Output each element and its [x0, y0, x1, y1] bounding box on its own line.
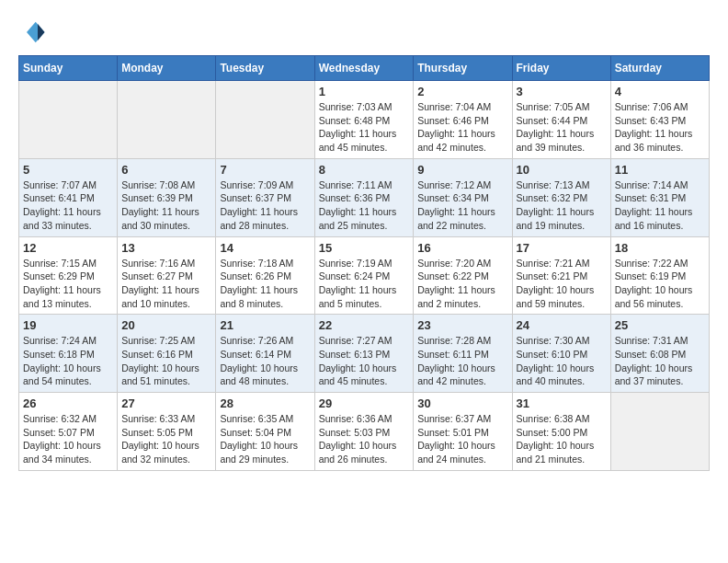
calendar-day-cell: 1Sunrise: 7:03 AM Sunset: 6:48 PM Daylig…: [314, 81, 414, 159]
calendar-day-cell: 6Sunrise: 7:08 AM Sunset: 6:39 PM Daylig…: [118, 158, 216, 236]
day-number: 5: [23, 163, 113, 177]
day-number: 23: [417, 318, 507, 332]
day-info: Sunrise: 7:09 AM Sunset: 6:37 PM Dayligh…: [220, 178, 310, 233]
day-info: Sunrise: 7:13 AM Sunset: 6:32 PM Dayligh…: [517, 178, 607, 233]
calendar-day-cell: 3Sunrise: 7:05 AM Sunset: 6:44 PM Daylig…: [512, 81, 610, 159]
day-number: 16: [417, 241, 507, 255]
calendar-day-cell: 13Sunrise: 7:16 AM Sunset: 6:27 PM Dayli…: [118, 236, 216, 315]
day-info: Sunrise: 7:26 AM Sunset: 6:14 PM Dayligh…: [220, 334, 310, 388]
day-number: 20: [121, 318, 211, 332]
calendar-day-cell: 21Sunrise: 7:26 AM Sunset: 6:14 PM Dayli…: [216, 315, 314, 393]
day-number: 8: [319, 163, 410, 177]
day-number: 21: [220, 318, 310, 332]
calendar-day-cell: 25Sunrise: 7:31 AM Sunset: 6:08 PM Dayli…: [610, 315, 709, 393]
day-info: Sunrise: 7:21 AM Sunset: 6:21 PM Dayligh…: [517, 257, 607, 311]
day-number: 7: [220, 163, 310, 177]
day-number: 14: [220, 241, 310, 255]
calendar-day-cell: 19Sunrise: 7:24 AM Sunset: 6:18 PM Dayli…: [19, 315, 118, 393]
day-number: 11: [615, 163, 705, 177]
calendar-day-cell: 31Sunrise: 6:38 AM Sunset: 5:00 PM Dayli…: [512, 393, 610, 471]
day-info: Sunrise: 6:35 AM Sunset: 5:04 PM Dayligh…: [220, 412, 310, 466]
day-info: Sunrise: 7:15 AM Sunset: 6:29 PM Dayligh…: [23, 257, 113, 311]
calendar-day-cell: 7Sunrise: 7:09 AM Sunset: 6:37 PM Daylig…: [216, 158, 314, 236]
day-info: Sunrise: 7:07 AM Sunset: 6:41 PM Dayligh…: [23, 178, 113, 233]
day-number: 25: [615, 318, 705, 332]
logo-icon: [18, 18, 46, 46]
empty-day-cell: [216, 81, 314, 159]
calendar-day-cell: 4Sunrise: 7:06 AM Sunset: 6:43 PM Daylig…: [610, 81, 709, 159]
calendar-header-row: SundayMondayTuesdayWednesdayThursdayFrid…: [19, 56, 710, 81]
day-number: 28: [220, 396, 310, 410]
day-info: Sunrise: 7:11 AM Sunset: 6:36 PM Dayligh…: [319, 178, 410, 233]
day-number: 18: [615, 241, 705, 255]
weekday-header: Friday: [512, 56, 610, 81]
weekday-header: Saturday: [610, 56, 709, 81]
day-info: Sunrise: 7:03 AM Sunset: 6:48 PM Dayligh…: [319, 100, 410, 155]
day-info: Sunrise: 7:16 AM Sunset: 6:27 PM Dayligh…: [121, 257, 211, 311]
day-number: 4: [615, 85, 705, 98]
day-number: 31: [517, 396, 607, 410]
calendar-week-row: 1Sunrise: 7:03 AM Sunset: 6:48 PM Daylig…: [19, 81, 710, 159]
day-number: 26: [23, 396, 113, 410]
calendar-day-cell: 8Sunrise: 7:11 AM Sunset: 6:36 PM Daylig…: [314, 158, 414, 236]
calendar-week-row: 5Sunrise: 7:07 AM Sunset: 6:41 PM Daylig…: [19, 158, 710, 236]
day-info: Sunrise: 7:27 AM Sunset: 6:13 PM Dayligh…: [319, 334, 410, 388]
day-info: Sunrise: 7:05 AM Sunset: 6:44 PM Dayligh…: [517, 100, 607, 155]
day-info: Sunrise: 7:19 AM Sunset: 6:24 PM Dayligh…: [319, 257, 410, 311]
calendar-day-cell: 15Sunrise: 7:19 AM Sunset: 6:24 PM Dayli…: [314, 236, 414, 315]
calendar-day-cell: 18Sunrise: 7:22 AM Sunset: 6:19 PM Dayli…: [610, 236, 709, 315]
day-number: 2: [417, 85, 507, 98]
calendar-day-cell: 17Sunrise: 7:21 AM Sunset: 6:21 PM Dayli…: [512, 236, 610, 315]
day-number: 6: [121, 163, 211, 177]
day-info: Sunrise: 6:38 AM Sunset: 5:00 PM Dayligh…: [517, 412, 607, 466]
calendar-day-cell: 14Sunrise: 7:18 AM Sunset: 6:26 PM Dayli…: [216, 236, 314, 315]
page-header: [18, 18, 710, 46]
day-info: Sunrise: 7:24 AM Sunset: 6:18 PM Dayligh…: [23, 334, 113, 388]
calendar-day-cell: 27Sunrise: 6:33 AM Sunset: 5:05 PM Dayli…: [118, 393, 216, 471]
calendar-day-cell: 9Sunrise: 7:12 AM Sunset: 6:34 PM Daylig…: [414, 158, 512, 236]
day-info: Sunrise: 7:30 AM Sunset: 6:10 PM Dayligh…: [517, 334, 607, 388]
calendar-day-cell: 20Sunrise: 7:25 AM Sunset: 6:16 PM Dayli…: [118, 315, 216, 393]
calendar-day-cell: 30Sunrise: 6:37 AM Sunset: 5:01 PM Dayli…: [414, 393, 512, 471]
weekday-header: Wednesday: [314, 56, 414, 81]
day-number: 12: [23, 241, 113, 255]
empty-day-cell: [610, 393, 709, 471]
day-number: 3: [517, 85, 607, 98]
day-number: 30: [417, 396, 507, 410]
day-number: 22: [319, 318, 410, 332]
calendar-week-row: 19Sunrise: 7:24 AM Sunset: 6:18 PM Dayli…: [19, 315, 710, 393]
day-info: Sunrise: 7:12 AM Sunset: 6:34 PM Dayligh…: [417, 178, 507, 233]
day-number: 29: [319, 396, 410, 410]
weekday-header: Sunday: [19, 56, 118, 81]
day-info: Sunrise: 7:18 AM Sunset: 6:26 PM Dayligh…: [220, 257, 310, 311]
empty-day-cell: [19, 81, 118, 159]
calendar-day-cell: 22Sunrise: 7:27 AM Sunset: 6:13 PM Dayli…: [314, 315, 414, 393]
calendar-day-cell: 5Sunrise: 7:07 AM Sunset: 6:41 PM Daylig…: [19, 158, 118, 236]
calendar-table: SundayMondayTuesdayWednesdayThursdayFrid…: [18, 55, 710, 471]
calendar-day-cell: 11Sunrise: 7:14 AM Sunset: 6:31 PM Dayli…: [610, 158, 709, 236]
day-info: Sunrise: 7:22 AM Sunset: 6:19 PM Dayligh…: [615, 257, 705, 311]
calendar-day-cell: 26Sunrise: 6:32 AM Sunset: 5:07 PM Dayli…: [19, 393, 118, 471]
day-info: Sunrise: 7:06 AM Sunset: 6:43 PM Dayligh…: [615, 100, 705, 155]
calendar-day-cell: 12Sunrise: 7:15 AM Sunset: 6:29 PM Dayli…: [19, 236, 118, 315]
calendar-day-cell: 24Sunrise: 7:30 AM Sunset: 6:10 PM Dayli…: [512, 315, 610, 393]
empty-day-cell: [118, 81, 216, 159]
calendar-week-row: 12Sunrise: 7:15 AM Sunset: 6:29 PM Dayli…: [19, 236, 710, 315]
day-info: Sunrise: 7:08 AM Sunset: 6:39 PM Dayligh…: [121, 178, 211, 233]
logo: [18, 18, 50, 46]
day-number: 15: [319, 241, 410, 255]
calendar-day-cell: 2Sunrise: 7:04 AM Sunset: 6:46 PM Daylig…: [414, 81, 512, 159]
day-info: Sunrise: 6:37 AM Sunset: 5:01 PM Dayligh…: [417, 412, 507, 466]
day-number: 9: [417, 163, 507, 177]
calendar-week-row: 26Sunrise: 6:32 AM Sunset: 5:07 PM Dayli…: [19, 393, 710, 471]
day-info: Sunrise: 7:28 AM Sunset: 6:11 PM Dayligh…: [417, 334, 507, 388]
day-info: Sunrise: 6:36 AM Sunset: 5:03 PM Dayligh…: [319, 412, 410, 466]
day-number: 1: [319, 85, 410, 98]
day-number: 13: [121, 241, 211, 255]
calendar-day-cell: 16Sunrise: 7:20 AM Sunset: 6:22 PM Dayli…: [414, 236, 512, 315]
day-info: Sunrise: 6:33 AM Sunset: 5:05 PM Dayligh…: [121, 412, 211, 466]
day-number: 19: [23, 318, 113, 332]
day-info: Sunrise: 7:04 AM Sunset: 6:46 PM Dayligh…: [417, 100, 507, 155]
day-number: 17: [517, 241, 607, 255]
day-info: Sunrise: 6:32 AM Sunset: 5:07 PM Dayligh…: [23, 412, 113, 466]
